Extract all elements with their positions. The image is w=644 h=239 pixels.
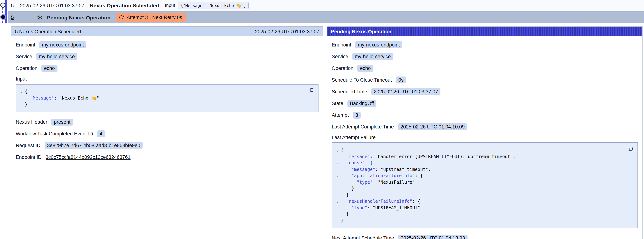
code-text: } <box>25 102 28 108</box>
scheduled-panel-header: 5 Nexus Operation Scheduled 2025-02-26 U… <box>11 27 323 36</box>
attempt-retry-text: Attempt 3 · Next Retry 0s <box>127 15 182 20</box>
collapse-chevron-icon[interactable]: ∨ <box>334 173 341 179</box>
field-row-workflow-task-completed-event-id: Workflow Task Completed Event ID 4 <box>16 130 318 138</box>
code-gutter <box>334 205 341 211</box>
field-value-badge: 2025-02-26 UTC 01:04:10.09 <box>398 123 467 130</box>
field-label: Attempt <box>332 112 349 118</box>
field-value-badge: 3e829b7e-7d67-4b08-aad3-b1e868bfe9e0 <box>44 142 143 149</box>
code-line: } <box>334 211 633 218</box>
timeline-node-selected-icon[interactable] <box>1 15 5 19</box>
field-label: Operation <box>16 66 38 71</box>
field-value-badge: 4 <box>97 130 105 137</box>
selected-event-indicator-bar <box>5 0 7 24</box>
copy-icon[interactable] <box>309 88 314 93</box>
field-label: Nexus Header <box>16 119 48 124</box>
field-label: Endpoint <box>16 42 35 48</box>
scheduled-panel-time: 2025-02-26 UTC 01:03:37.07 <box>255 29 319 34</box>
code-text: } <box>341 218 344 224</box>
event-row-nexus-operation-scheduled[interactable]: 5 2025-02-26 UTC 01:03:37.07 Nexus Opera… <box>8 0 644 10</box>
input-json-viewer: ∨{ "Message": "Nexus Echo 👋"} <box>16 84 318 112</box>
field-label: Schedule To Close Timeout <box>332 77 392 83</box>
pending-event-title: Pending Nexus Operation <box>47 14 110 20</box>
field-row-last-attempt-complete-time: Last Attempt Complete Time 2025-02-26 UT… <box>332 123 638 131</box>
code-text: "Message": "Nexus Echo 👋" <box>25 95 99 102</box>
code-line: } <box>18 102 314 108</box>
code-line: "message": "upstream timeout", <box>334 166 633 173</box>
field-value-badge: 0s <box>396 76 406 84</box>
pending-panel-header: Pending Nexus Operation <box>327 27 642 36</box>
input-preview-chip: {"Message":"Nexus Echo 👋"} <box>178 2 249 9</box>
event-detail-panels: 5 Nexus Operation Scheduled 2025-02-26 U… <box>11 26 642 239</box>
scheduled-event-panel: 5 Nexus Operation Scheduled 2025-02-26 U… <box>11 26 323 239</box>
field-value-badge: BackingOff <box>347 100 376 107</box>
pending-asterisk-icon <box>37 14 43 20</box>
code-gutter <box>334 192 341 198</box>
field-label: Next Attempt Schedule Time <box>332 235 394 239</box>
code-text: "type": "UPSTREAM_TIMEOUT" <box>341 205 420 211</box>
copy-icon[interactable] <box>628 146 634 152</box>
collapse-chevron-icon[interactable]: ∨ <box>334 147 341 154</box>
code-text: { <box>25 88 28 95</box>
field-row-scheduled-time: Scheduled Time 2025-02-26 UTC 01:03:37.0… <box>332 88 638 96</box>
event-row-pending-nexus-operation[interactable]: 5 Pending Nexus Operation Attempt 3 · Ne… <box>8 11 644 24</box>
last-attempt-failure-label: Last Attempt Failure <box>332 135 638 140</box>
scheduled-panel-title: 5 Nexus Operation Scheduled <box>15 29 81 34</box>
field-row-schedule-to-close-timeout: Schedule To Close Timeout 0s <box>332 76 638 84</box>
field-row-operation: Operation echo <box>332 64 638 72</box>
field-value-badge: present <box>52 118 73 125</box>
code-text: "cause": { <box>341 160 372 166</box>
code-line: "message": "handler error (UPSTREAM_TIME… <box>334 154 633 160</box>
event-timestamp: 2025-02-26 UTC 01:03:37.07 <box>20 3 84 8</box>
code-gutter <box>334 166 341 173</box>
field-value-badge: my-nexus-endpoint <box>355 41 402 48</box>
input-section-label: Input <box>16 76 318 82</box>
field-label: Workflow Task Completed Event ID <box>16 131 93 136</box>
field-label: State <box>332 101 343 106</box>
event-title: Nexus Operation Scheduled <box>90 2 159 8</box>
collapse-chevron-icon[interactable]: ∨ <box>334 198 341 205</box>
field-value-badge: echo <box>42 65 58 72</box>
code-text: "message": "handler error (UPSTREAM_TIME… <box>341 154 516 160</box>
code-line: ∨ "applicationFailureInfo": { <box>334 173 633 179</box>
code-line: } <box>334 186 633 192</box>
field-row-service: Service my-hello-service <box>16 53 318 60</box>
code-text: "nexusHandlerFailureInfo": { <box>341 198 420 205</box>
collapse-chevron-icon[interactable]: ∨ <box>334 160 341 166</box>
code-line: "type": "UPSTREAM_TIMEOUT" <box>334 205 633 211</box>
field-label: Operation <box>332 66 354 71</box>
field-label: Request ID <box>16 142 40 148</box>
code-gutter <box>334 179 341 186</box>
endpoint-id-link[interactable]: 3c0c75ccfa8144b092c13ce632463761 <box>46 154 130 160</box>
field-label: Last Attempt Complete Time <box>332 124 394 130</box>
code-line: } <box>334 218 633 224</box>
field-value-badge: my-hello-service <box>352 53 394 60</box>
code-gutter <box>334 211 341 218</box>
code-line: ∨{ <box>18 88 314 95</box>
event-id-link[interactable]: 5 <box>11 15 14 20</box>
code-line: }, <box>334 192 633 198</box>
field-label: Scheduled Time <box>332 89 367 94</box>
timeline-node-open-icon[interactable] <box>0 2 6 8</box>
code-text: "message": "upstream timeout", <box>341 166 431 173</box>
field-label: Endpoint ID <box>16 154 42 160</box>
collapse-chevron-icon[interactable]: ∨ <box>18 88 25 95</box>
field-row-next-attempt-schedule-time: Next Attempt Schedule Time 2025-02-26 UT… <box>332 234 638 239</box>
retry-icon <box>119 15 124 20</box>
field-row-nexus-header: Nexus Header present <box>16 118 318 126</box>
field-label: Endpoint <box>332 42 351 48</box>
code-line: ∨ "cause": { <box>334 160 633 166</box>
field-row-request-id: Request ID 3e829b7e-7d67-4b08-aad3-b1e86… <box>16 142 318 149</box>
input-label: Input <box>165 3 175 8</box>
last-attempt-failure-json-viewer: ∨{ "message": "handler error (UPSTREAM_T… <box>332 142 638 228</box>
field-row-state: State BackingOff <box>332 100 638 107</box>
code-text: }, <box>341 192 352 198</box>
field-label: Service <box>16 54 32 59</box>
temporal-event-history-view: 5 2025-02-26 UTC 01:03:37.07 Nexus Opera… <box>0 0 644 239</box>
field-row-endpoint: Endpoint my-nexus-endpoint <box>332 41 638 49</box>
code-gutter <box>334 218 341 224</box>
field-value-badge: echo <box>358 65 374 72</box>
field-value-badge: 2025-02-26 UTC 01:04:13.93 <box>398 234 468 239</box>
code-line: ∨ "nexusHandlerFailureInfo": { <box>334 198 633 205</box>
code-line: "Message": "Nexus Echo 👋" <box>18 95 314 102</box>
event-id-link[interactable]: 5 <box>11 3 14 8</box>
